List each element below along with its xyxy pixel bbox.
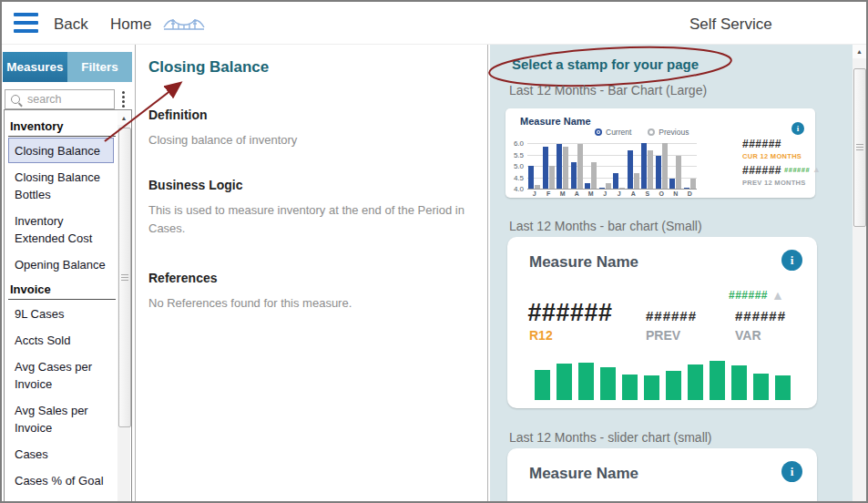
bar-current — [669, 179, 675, 189]
bar-current — [684, 188, 689, 189]
bar-group — [669, 143, 683, 189]
scrollbar-grip — [856, 144, 863, 152]
measure-list-item[interactable]: 9L Cases — [8, 301, 114, 326]
info-icon[interactable]: i — [781, 250, 802, 271]
delta-up-icon: ▲ — [812, 166, 821, 174]
bar-current — [571, 162, 577, 189]
prev-value: ###### — [646, 308, 697, 323]
bar-group — [556, 143, 570, 189]
home-button[interactable]: Home — [110, 15, 151, 34]
bar-previous — [648, 150, 653, 190]
section-heading-references: References — [148, 271, 487, 285]
chart-legend: Current Previous — [595, 128, 689, 137]
chart-kpi-block: ###### CUR 12 MONTHS ###### ###### ▲ PRE… — [742, 139, 821, 186]
x-tick-label: F — [542, 190, 557, 197]
section-body-references: No References found for this measure. — [148, 294, 489, 313]
back-button[interactable]: Back — [54, 15, 88, 34]
measure-list-item[interactable]: Cases % of Goal — [8, 467, 114, 493]
delta-indicator: ###### ▲ — [729, 498, 784, 503]
measure-group-header: Inventory — [8, 118, 116, 137]
stamp-card-small-bar-chart[interactable]: Measure Name i ###### ▲ ###### R12 #####… — [507, 237, 817, 408]
r12-label: R12 — [529, 328, 553, 343]
bar-current — [543, 147, 548, 189]
x-tick-label: A — [627, 190, 641, 197]
bar-group — [542, 143, 557, 189]
bar-group — [627, 143, 641, 189]
info-icon[interactable]: i — [791, 122, 804, 135]
search-box[interactable] — [5, 89, 115, 109]
bar — [731, 365, 747, 400]
top-bar: Back Home Self Service — [2, 2, 866, 45]
tab-measures[interactable]: Measures — [3, 52, 67, 82]
bar-previous — [577, 144, 583, 189]
bar-group — [640, 143, 655, 189]
x-tick-label: O — [655, 190, 669, 197]
search-row — [5, 88, 132, 110]
stamp-card-large-bar-chart[interactable]: Measure Name Current Previous i 6.05.55.… — [505, 108, 815, 198]
bar-previous — [619, 188, 625, 189]
bar-previous — [662, 143, 668, 189]
y-tick-label: 5.0 — [509, 162, 524, 170]
tab-filters[interactable]: Filters — [67, 52, 132, 82]
stamp-label-large: Last 12 Months - Bar Chart (Large) — [509, 83, 707, 98]
bar-group — [598, 143, 613, 189]
bar — [666, 371, 681, 400]
info-icon[interactable]: i — [781, 461, 802, 482]
scroll-up-icon[interactable]: ▲ — [117, 111, 130, 125]
prev-label: PREV — [646, 328, 680, 343]
bar-current — [599, 188, 605, 189]
measure-list-item[interactable]: Avg Cases per Invoice — [8, 354, 114, 396]
var-label: VAR — [735, 328, 761, 343]
measure-detail-panel: Closing Balance Definition Closing balan… — [135, 45, 488, 503]
search-input[interactable] — [26, 92, 107, 107]
bar-previous — [549, 166, 555, 189]
x-tick-label: M — [556, 190, 570, 197]
measure-list: InventoryClosing BalanceClosing Balance … — [4, 109, 132, 503]
page-scrollbar[interactable]: ▲ — [853, 45, 866, 503]
stamp-card-slider-chart[interactable]: Measure Name i ###### ▲ — [507, 448, 817, 503]
mini-bar-chart — [535, 361, 791, 400]
bar — [535, 370, 550, 400]
stamp-label-small: Last 12 Months - bar chart (Small) — [509, 219, 702, 233]
x-tick-label: J — [612, 190, 627, 197]
kebab-menu-icon[interactable] — [122, 91, 125, 108]
scrollbar-thumb[interactable] — [118, 128, 131, 427]
bar — [775, 375, 791, 400]
measure-name-label: Measure Name — [529, 465, 638, 483]
delta-value: ###### — [729, 499, 768, 503]
x-tick-label: J — [527, 190, 542, 197]
measure-list-item[interactable]: Cases — [8, 441, 114, 467]
page-title: Self Service — [689, 15, 772, 34]
app-window: Back Home Self Service Measures Filters — [0, 0, 868, 503]
section-heading-business-logic: Business Logic — [148, 178, 487, 192]
bar-group — [527, 143, 542, 189]
bar-current — [641, 143, 647, 189]
measure-list-item[interactable]: Closing Balance Bottles — [8, 164, 114, 207]
x-tick-label: S — [640, 190, 655, 197]
x-tick-label: D — [683, 190, 698, 197]
section-body-business-logic: This is used to measure inventory at the… — [148, 201, 489, 238]
section-heading-definition: Definition — [148, 108, 487, 122]
prev-delta: ###### — [784, 167, 810, 174]
scrollbar-thumb[interactable] — [853, 68, 866, 227]
bar-previous — [591, 162, 597, 189]
x-tick-label: J — [598, 190, 613, 197]
bar-previous — [535, 185, 540, 189]
measure-list-scrollbar[interactable]: ▲ — [117, 111, 130, 501]
measure-list-item[interactable]: Closing Balance — [8, 138, 114, 163]
measure-list-item[interactable]: Avg Sales per Invoice — [8, 397, 114, 440]
measure-list-item[interactable]: Opening Balance — [8, 252, 114, 277]
hamburger-menu-icon[interactable] — [14, 13, 38, 33]
scroll-up-icon[interactable]: ▲ — [853, 45, 866, 58]
measure-list-item[interactable]: Accts Sold — [8, 327, 114, 353]
legend-label: Previous — [659, 128, 689, 137]
measure-list-item[interactable]: Cost — [8, 494, 114, 502]
bar — [578, 363, 594, 400]
stamp-label-slider: Last 12 Months - slider chart (small) — [509, 430, 712, 445]
bar-current — [557, 144, 562, 189]
prev-value: ###### — [742, 165, 781, 176]
bar-previous — [634, 173, 639, 190]
measure-list-item[interactable]: Inventory Extended Cost — [8, 208, 114, 251]
bar-current — [613, 173, 618, 190]
section-body-definition: Closing balance of inventory — [148, 131, 489, 149]
